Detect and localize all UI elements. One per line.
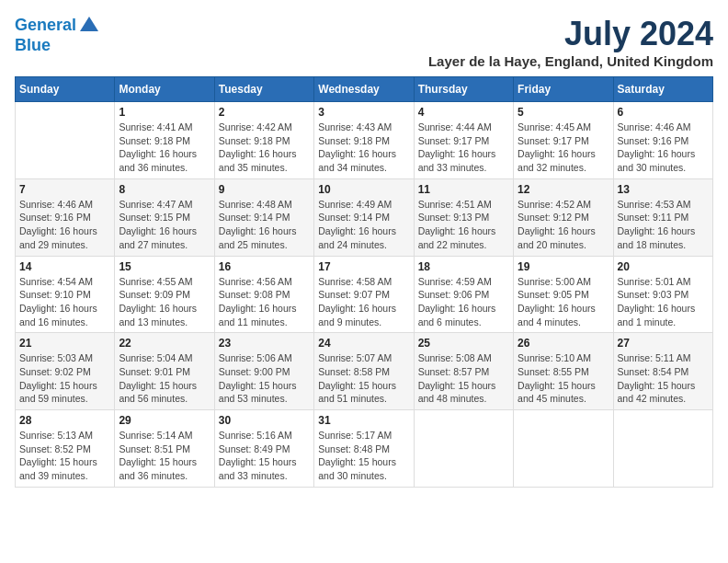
calendar-week-row: 7Sunrise: 4:46 AMSunset: 9:16 PMDaylight… [16, 178, 713, 256]
day-number: 2 [219, 106, 310, 119]
day-info: Sunrise: 4:48 AMSunset: 9:14 PMDaylight:… [219, 198, 310, 252]
day-info: Sunrise: 5:08 AMSunset: 8:57 PMDaylight:… [418, 351, 509, 406]
calendar-week-row: 21Sunrise: 5:03 AMSunset: 9:02 PMDayligh… [16, 333, 713, 410]
day-info: Sunrise: 4:43 AMSunset: 9:18 PMDaylight:… [318, 121, 409, 175]
calendar-cell: 25Sunrise: 5:08 AMSunset: 8:57 PMDayligh… [414, 333, 513, 410]
calendar-cell: 29Sunrise: 5:14 AMSunset: 8:51 PMDayligh… [115, 410, 214, 488]
day-number: 8 [119, 183, 210, 196]
day-info: Sunrise: 4:55 AMSunset: 9:09 PMDaylight:… [119, 275, 210, 329]
day-info: Sunrise: 4:44 AMSunset: 9:17 PMDaylight:… [418, 121, 509, 175]
svg-marker-0 [80, 17, 98, 31]
calendar-week-row: 1Sunrise: 4:41 AMSunset: 9:18 PMDaylight… [16, 102, 713, 179]
day-number: 16 [219, 260, 310, 273]
header-row: Sunday Monday Tuesday Wednesday Thursday… [16, 77, 713, 102]
day-info: Sunrise: 4:51 AMSunset: 9:13 PMDaylight:… [418, 198, 509, 252]
day-number: 31 [318, 414, 409, 427]
day-number: 30 [219, 414, 310, 427]
day-number: 20 [618, 260, 709, 273]
day-number: 13 [618, 183, 709, 196]
day-number: 9 [219, 183, 310, 196]
calendar-cell: 1Sunrise: 4:41 AMSunset: 9:18 PMDaylight… [115, 102, 214, 179]
calendar-cell: 10Sunrise: 4:49 AMSunset: 9:14 PMDayligh… [314, 178, 414, 256]
day-info: Sunrise: 4:53 AMSunset: 9:11 PMDaylight:… [618, 198, 709, 252]
calendar-week-row: 14Sunrise: 4:54 AMSunset: 9:10 PMDayligh… [16, 256, 713, 333]
calendar-cell: 2Sunrise: 4:42 AMSunset: 9:18 PMDaylight… [214, 102, 313, 179]
day-number: 24 [318, 337, 409, 350]
calendar-cell [514, 410, 613, 488]
day-info: Sunrise: 5:14 AMSunset: 8:51 PMDaylight:… [119, 429, 210, 483]
day-info: Sunrise: 5:06 AMSunset: 9:00 PMDaylight:… [219, 351, 310, 406]
day-info: Sunrise: 4:46 AMSunset: 9:16 PMDaylight:… [19, 198, 110, 252]
day-number: 6 [618, 106, 709, 119]
calendar-cell: 16Sunrise: 4:56 AMSunset: 9:08 PMDayligh… [214, 256, 313, 333]
calendar-cell: 4Sunrise: 4:44 AMSunset: 9:17 PMDaylight… [414, 102, 513, 179]
day-number: 23 [219, 337, 310, 350]
col-sunday: Sunday [16, 77, 115, 102]
day-number: 29 [119, 414, 210, 427]
calendar-cell: 24Sunrise: 5:07 AMSunset: 8:58 PMDayligh… [314, 333, 414, 410]
day-info: Sunrise: 5:00 AMSunset: 9:05 PMDaylight:… [518, 275, 609, 329]
logo-text: GeneralBlue [15, 15, 100, 55]
calendar-cell: 12Sunrise: 4:52 AMSunset: 9:12 PMDayligh… [514, 178, 613, 256]
day-info: Sunrise: 4:59 AMSunset: 9:06 PMDaylight:… [418, 275, 509, 329]
day-number: 3 [318, 106, 409, 119]
calendar-cell: 13Sunrise: 4:53 AMSunset: 9:11 PMDayligh… [613, 178, 712, 256]
calendar-cell: 20Sunrise: 5:01 AMSunset: 9:03 PMDayligh… [613, 256, 712, 333]
day-info: Sunrise: 4:47 AMSunset: 9:15 PMDaylight:… [119, 198, 210, 252]
day-info: Sunrise: 5:10 AMSunset: 8:55 PMDaylight:… [518, 351, 609, 406]
day-number: 18 [418, 260, 509, 273]
location-title: Layer de la Haye, England, United Kingdo… [428, 53, 713, 69]
calendar-cell: 6Sunrise: 4:46 AMSunset: 9:16 PMDaylight… [613, 102, 712, 179]
day-info: Sunrise: 4:45 AMSunset: 9:17 PMDaylight:… [518, 121, 609, 175]
calendar-cell: 31Sunrise: 5:17 AMSunset: 8:48 PMDayligh… [314, 410, 414, 488]
calendar-cell: 23Sunrise: 5:06 AMSunset: 9:00 PMDayligh… [214, 333, 313, 410]
day-info: Sunrise: 5:17 AMSunset: 8:48 PMDaylight:… [318, 429, 409, 483]
day-number: 26 [518, 337, 609, 350]
day-info: Sunrise: 4:41 AMSunset: 9:18 PMDaylight:… [119, 121, 210, 175]
day-number: 4 [418, 106, 509, 119]
calendar-cell: 11Sunrise: 4:51 AMSunset: 9:13 PMDayligh… [414, 178, 513, 256]
day-number: 12 [518, 183, 609, 196]
calendar-cell: 18Sunrise: 4:59 AMSunset: 9:06 PMDayligh… [414, 256, 513, 333]
day-info: Sunrise: 5:04 AMSunset: 9:01 PMDaylight:… [119, 351, 210, 406]
calendar-cell: 5Sunrise: 4:45 AMSunset: 9:17 PMDaylight… [514, 102, 613, 179]
day-number: 22 [119, 337, 210, 350]
day-number: 19 [518, 260, 609, 273]
day-number: 7 [19, 183, 110, 196]
calendar-table: Sunday Monday Tuesday Wednesday Thursday… [15, 76, 713, 488]
day-number: 21 [19, 337, 110, 350]
calendar-cell: 19Sunrise: 5:00 AMSunset: 9:05 PMDayligh… [514, 256, 613, 333]
calendar-cell: 17Sunrise: 4:58 AMSunset: 9:07 PMDayligh… [314, 256, 414, 333]
calendar-cell: 14Sunrise: 4:54 AMSunset: 9:10 PMDayligh… [16, 256, 115, 333]
day-info: Sunrise: 4:56 AMSunset: 9:08 PMDaylight:… [219, 275, 310, 329]
day-info: Sunrise: 5:13 AMSunset: 8:52 PMDaylight:… [19, 429, 110, 483]
col-monday: Monday [115, 77, 214, 102]
day-info: Sunrise: 4:58 AMSunset: 9:07 PMDaylight:… [318, 275, 409, 329]
calendar-cell: 30Sunrise: 5:16 AMSunset: 8:49 PMDayligh… [214, 410, 313, 488]
calendar-cell: 21Sunrise: 5:03 AMSunset: 9:02 PMDayligh… [16, 333, 115, 410]
day-number: 15 [119, 260, 210, 273]
calendar-cell [613, 410, 712, 488]
day-number: 14 [19, 260, 110, 273]
day-info: Sunrise: 4:54 AMSunset: 9:10 PMDaylight:… [19, 275, 110, 329]
calendar-cell: 3Sunrise: 4:43 AMSunset: 9:18 PMDaylight… [314, 102, 414, 179]
day-number: 11 [418, 183, 509, 196]
day-number: 10 [318, 183, 409, 196]
day-info: Sunrise: 4:52 AMSunset: 9:12 PMDaylight:… [518, 198, 609, 252]
day-info: Sunrise: 4:46 AMSunset: 9:16 PMDaylight:… [618, 121, 709, 175]
col-thursday: Thursday [414, 77, 513, 102]
calendar-cell: 15Sunrise: 4:55 AMSunset: 9:09 PMDayligh… [115, 256, 214, 333]
day-number: 28 [19, 414, 110, 427]
day-info: Sunrise: 4:49 AMSunset: 9:14 PMDaylight:… [318, 198, 409, 252]
calendar-cell [414, 410, 513, 488]
day-number: 1 [119, 106, 210, 119]
calendar-cell: 7Sunrise: 4:46 AMSunset: 9:16 PMDaylight… [16, 178, 115, 256]
calendar-cell [16, 102, 115, 179]
calendar-header: Sunday Monday Tuesday Wednesday Thursday… [16, 77, 713, 102]
calendar-body: 1Sunrise: 4:41 AMSunset: 9:18 PMDaylight… [16, 102, 713, 488]
day-info: Sunrise: 5:03 AMSunset: 9:02 PMDaylight:… [19, 351, 110, 406]
page-header: GeneralBlue July 2024 Layer de la Haye, … [15, 15, 713, 69]
calendar-cell: 26Sunrise: 5:10 AMSunset: 8:55 PMDayligh… [514, 333, 613, 410]
day-number: 17 [318, 260, 409, 273]
month-title: July 2024 [428, 15, 713, 53]
